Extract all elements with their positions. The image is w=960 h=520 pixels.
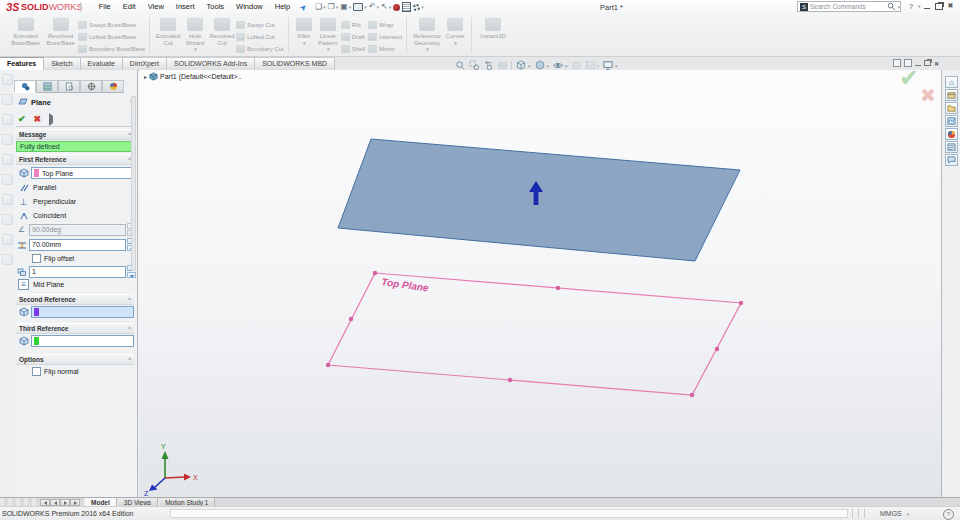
menu-help[interactable]: Help [269, 0, 296, 14]
restore-button[interactable] [933, 1, 945, 11]
tab-dimxpert-manager[interactable] [80, 80, 102, 93]
help-button[interactable]: ? [905, 1, 917, 11]
lofted-boss-base-button[interactable]: Lofted Boss/Base [78, 31, 145, 43]
graphics-viewport[interactable]: ▸ Part1 (Default<<Default>.. To [139, 70, 942, 497]
shell-button[interactable]: Shell [341, 43, 365, 55]
wrap-button[interactable]: Wrap [368, 19, 402, 31]
open-document-button[interactable]: ❒▾ [328, 1, 339, 13]
rebuild-button[interactable] [393, 1, 400, 13]
tab-configuration-manager[interactable] [58, 80, 80, 93]
view-toolbar-icon[interactable] [2, 94, 13, 105]
menu-edit[interactable]: Edit [117, 0, 142, 14]
mirror-button[interactable]: Mirror [368, 43, 402, 55]
lofted-cut-button[interactable]: Lofted Cut [236, 31, 284, 43]
file-explorer-button[interactable] [945, 102, 958, 114]
view-toolbar-icon[interactable] [2, 154, 13, 165]
confirm-cancel-corner-button[interactable]: ✖ [920, 84, 936, 107]
select-button[interactable]: ↖▾ [381, 1, 391, 13]
menu-view[interactable]: View [142, 0, 170, 14]
coincident-row[interactable]: Coincident [18, 210, 66, 221]
save-button[interactable]: ▣▾ [340, 1, 351, 13]
boundary-cut-button[interactable]: Boundary Cut [236, 43, 284, 55]
hole-wizard-button[interactable]: HoleWizard▾ [182, 16, 208, 53]
ok-button[interactable]: ✔ [18, 114, 26, 124]
tab-solidworks-addins[interactable]: SOLIDWORKS Add-Ins [167, 57, 255, 70]
menu-window[interactable]: Window [230, 0, 269, 14]
tab-display-manager[interactable] [102, 80, 124, 93]
pin-menu-icon[interactable]: ➤ [298, 1, 309, 12]
curves-button[interactable]: Curves▾ [443, 16, 467, 46]
third-reference-field[interactable] [31, 335, 134, 347]
options-section-header[interactable]: Options^ [16, 354, 134, 365]
new-document-button[interactable]: ❏▾ [315, 1, 326, 13]
view-toolbar-icon[interactable] [2, 114, 13, 125]
appearances-button[interactable] [945, 128, 958, 140]
tab-features[interactable]: Features [0, 57, 44, 70]
new-plane-preview[interactable] [338, 139, 740, 261]
view-toolbar-icon[interactable] [2, 214, 13, 225]
instant3d-button[interactable]: Instant3D [476, 16, 510, 40]
first-reference-field[interactable]: Top Plane [31, 167, 134, 179]
flip-offset-row[interactable]: Flip offset [32, 254, 74, 263]
tab-sketch[interactable]: Sketch [44, 57, 80, 70]
last-tab-button[interactable] [70, 499, 80, 506]
fillet-button[interactable]: Fillet▾ [293, 16, 315, 46]
print-button[interactable]: ▾ [353, 1, 367, 13]
view-toolbar-icon[interactable] [2, 254, 13, 265]
menu-file[interactable]: File [93, 0, 117, 14]
extruded-boss-base-button[interactable]: ExtrudedBoss/Base [8, 16, 43, 46]
count-input[interactable]: 1 [29, 266, 126, 278]
view-toolbar-icon[interactable] [2, 134, 13, 145]
message-section-header[interactable]: Message^ [16, 129, 134, 140]
intersect-button[interactable]: Intersect [368, 31, 402, 43]
swept-cut-button[interactable]: Swept Cut [236, 19, 284, 31]
draft-button[interactable]: Draft [341, 31, 365, 43]
menu-insert[interactable]: Insert [170, 0, 201, 14]
top-plane-outline[interactable] [328, 273, 741, 395]
search-commands-box[interactable]: S Search Commands ▾ [797, 1, 901, 12]
doc-window-icon[interactable] [904, 59, 912, 67]
doc-minimize-icon[interactable] [915, 65, 921, 66]
rib-button[interactable]: Rib [341, 19, 365, 31]
view-toolbar-icon[interactable] [2, 194, 13, 205]
distance-input[interactable]: 70.00mm [29, 239, 126, 251]
search-icon[interactable] [887, 2, 896, 11]
mid-plane-row[interactable]: ≡ Mid Plane [18, 279, 64, 290]
doc-window-icon[interactable] [893, 59, 901, 67]
doc-close-icon[interactable]: ✖ [934, 60, 939, 67]
reference-geometry-button[interactable]: ReferenceGeometry▾ [411, 16, 443, 53]
tab-dimxpert[interactable]: DimXpert [123, 57, 167, 70]
first-reference-section-header[interactable]: First Reference^ [16, 154, 134, 165]
units-selector[interactable]: MMGS ▾ [880, 510, 909, 517]
design-library-button[interactable] [945, 89, 958, 101]
confirm-ok-corner-button[interactable]: ✔ [899, 70, 919, 92]
previous-tab-button[interactable] [50, 499, 60, 506]
view-toolbar-icon[interactable] [2, 74, 13, 85]
cancel-button[interactable]: ✖ [34, 114, 42, 124]
minimize-button[interactable] [921, 1, 933, 11]
doc-restore-icon[interactable] [924, 60, 931, 66]
chevron-down-icon[interactable]: ▾ [897, 4, 900, 10]
keep-visible-pin-icon[interactable] [49, 113, 63, 126]
view-toolbar-icon[interactable] [2, 234, 13, 245]
perpendicular-row[interactable]: ⊥ Perpendicular [18, 196, 76, 207]
flip-normal-row[interactable]: Flip normal [32, 367, 79, 376]
third-reference-section-header[interactable]: Third Reference^ [16, 323, 134, 334]
linear-pattern-button[interactable]: LinearPattern▾ [315, 16, 341, 53]
options-button[interactable]: ▾ [413, 1, 424, 13]
flip-offset-checkbox[interactable] [32, 254, 41, 263]
tab-feature-manager[interactable] [36, 80, 58, 93]
pm-scrollbar[interactable] [131, 96, 136, 271]
forum-button[interactable] [945, 154, 958, 166]
top-plane-handles[interactable] [326, 271, 743, 397]
view-toolbar-icon[interactable] [2, 174, 13, 185]
close-button[interactable]: ✖ [945, 1, 957, 11]
boundary-boss-base-button[interactable]: Boundary Boss/Base [78, 43, 145, 55]
tab-evaluate[interactable]: Evaluate [81, 57, 123, 70]
revolved-cut-button[interactable]: RevolvedCut [208, 16, 236, 46]
parallel-row[interactable]: Parallel [18, 182, 56, 193]
menu-tools[interactable]: Tools [201, 0, 231, 14]
file-properties-button[interactable] [402, 1, 411, 13]
tab-property-manager[interactable] [14, 80, 36, 93]
home-tab-button[interactable]: ⌂ [945, 76, 958, 88]
